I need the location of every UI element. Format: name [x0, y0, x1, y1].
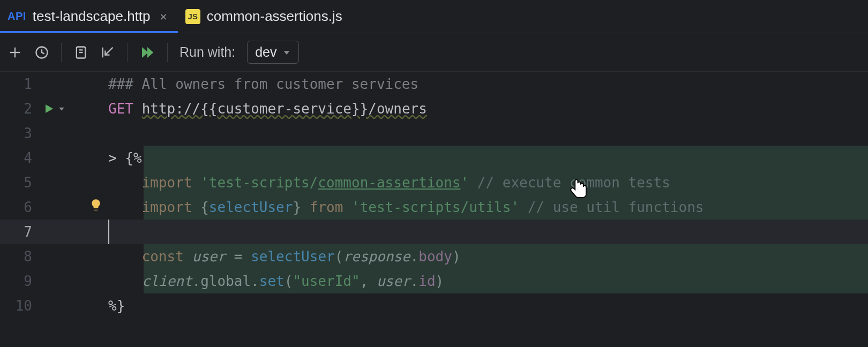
line-number: 5 — [0, 170, 107, 195]
tab-bar: API test-landscape.http ✕ JS common-asse… — [0, 0, 868, 33]
svg-marker-9 — [46, 104, 53, 113]
intention-bulb-icon[interactable] — [89, 195, 103, 220]
environment-select[interactable]: dev — [247, 41, 298, 64]
run-all-icon[interactable] — [139, 44, 155, 61]
line-number: 8 — [0, 244, 107, 269]
toolbar: Run with: dev — [0, 33, 868, 72]
run-line-icon[interactable] — [43, 102, 65, 115]
editor[interactable]: 1 2 3 4 5 6 7 8 9 10 ### All owners from… — [0, 72, 868, 347]
svg-marker-10 — [59, 108, 64, 111]
code-line: %} — [107, 293, 868, 318]
api-icon: API — [8, 10, 26, 22]
line-number: 7 — [0, 220, 107, 244]
code-line: import {selectUser} from 'test-scripts/u… — [107, 195, 868, 220]
code-line: ### All owners from customer services — [107, 72, 868, 96]
code-line: import 'test-scripts/common-assertions' … — [107, 170, 868, 195]
separator — [127, 43, 128, 62]
tab-label: test-landscape.http — [33, 8, 151, 25]
line-number: 6 — [0, 195, 107, 220]
add-icon[interactable] — [8, 45, 23, 60]
code-line: GET http://{{customer-service}}/owners — [107, 96, 868, 121]
line-number: 2 — [0, 96, 107, 121]
line-number: 4 — [0, 146, 107, 170]
svg-marker-6 — [142, 47, 148, 58]
separator — [167, 43, 168, 62]
js-icon: JS — [185, 9, 200, 24]
link-common-assertions[interactable]: common-assertions — [318, 175, 460, 191]
text-caret — [108, 220, 109, 244]
code-line: client.global.set("userId", user.id) — [107, 269, 868, 293]
separator — [61, 43, 62, 62]
svg-marker-7 — [147, 47, 153, 58]
close-icon[interactable]: ✕ — [157, 10, 167, 23]
code-line: > {% — [107, 146, 868, 170]
import-icon[interactable] — [100, 45, 115, 60]
examples-icon[interactable] — [73, 45, 88, 60]
tab-label: common-assertions.js — [207, 8, 342, 25]
line-number: 9 — [0, 269, 107, 293]
line-number: 10 — [0, 293, 107, 318]
svg-marker-8 — [283, 51, 289, 55]
history-icon[interactable] — [34, 45, 49, 60]
run-with-label: Run with: — [179, 44, 235, 60]
tab-common-assertions[interactable]: JS common-assertions.js — [178, 0, 353, 33]
environment-value: dev — [255, 44, 276, 60]
code-area[interactable]: ### All owners from customer services GE… — [107, 72, 868, 347]
gutter: 1 2 3 4 5 6 7 8 9 10 — [0, 72, 107, 347]
code-line — [107, 121, 868, 146]
chevron-down-icon — [282, 44, 291, 60]
line-number: 3 — [0, 121, 107, 146]
tab-test-landscape[interactable]: API test-landscape.http ✕ — [0, 0, 178, 33]
line-number: 1 — [0, 72, 107, 96]
code-line — [107, 220, 868, 244]
code-line: const user = selectUser(response.body) — [107, 244, 868, 269]
